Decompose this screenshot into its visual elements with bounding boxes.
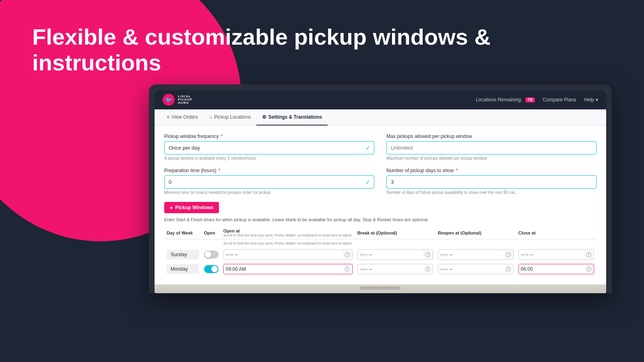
subnav-locations-label: Pickup Locations xyxy=(214,114,251,120)
sunday-open-at-input[interactable] xyxy=(224,250,342,259)
sunday-reopen-at-wrap: 🕐 xyxy=(438,249,514,260)
laptop-base xyxy=(155,284,606,293)
nav-right: Locations Remaining: 7/8 Compare Plans H… xyxy=(476,97,598,103)
required-marker: * xyxy=(221,134,223,139)
clock-icon-3: 🕐 xyxy=(503,252,513,257)
laptop-mockup: 🐦 LOCAL PICKUP GURU Locations Remaining:… xyxy=(149,84,612,354)
prep-time-group: Preparation time (hours) * ✓ Minimum tim… xyxy=(164,168,374,195)
day-label-monday: Monday xyxy=(167,264,199,274)
pickup-table: Day of Week Open Open at Scroll to find … xyxy=(164,227,597,276)
clock-icon-5: 🕐 xyxy=(342,266,352,272)
clock-icon-6: 🕐 xyxy=(423,266,433,272)
sunday-reopen-at-input[interactable] xyxy=(438,250,503,259)
monday-toggle[interactable] xyxy=(204,265,219,273)
monday-break-at-input[interactable] xyxy=(358,264,423,274)
prep-time-hint: Minimum time (in hours) needed to prepar… xyxy=(164,190,374,195)
app-content: Pickup window frequency * Once per day E… xyxy=(155,125,606,284)
circle-dot-icon: ● xyxy=(170,205,173,210)
pickup-days-input[interactable] xyxy=(386,175,597,189)
monday-reopen-at-input[interactable] xyxy=(438,264,503,274)
help-button[interactable]: Help ▾ xyxy=(584,97,598,103)
prep-time-input-wrap: ✓ xyxy=(164,175,374,189)
subnav-view-orders[interactable]: ≡ View Orders xyxy=(161,109,204,125)
home-icon: ⌂ xyxy=(209,114,212,120)
input-check-icon: ✓ xyxy=(365,179,370,185)
locations-remaining: Locations Remaining: 7/8 xyxy=(476,97,535,103)
col-break: Break at (Optional) xyxy=(355,227,436,239)
col-reopen: Reopen at (Optional) xyxy=(436,227,516,239)
pickup-frequency-group: Pickup window frequency * Once per day E… xyxy=(164,134,374,160)
sunday-toggle[interactable] xyxy=(204,251,219,259)
pickup-frequency-select-wrap: Once per day Every 30 minutes Every hour… xyxy=(164,141,374,154)
monday-open-at-wrap: 🕐 xyxy=(223,264,353,274)
form-row-1: Pickup window frequency * Once per day E… xyxy=(164,134,597,160)
max-pickups-group: Max pickups allowed per pickup window Ma… xyxy=(386,134,597,160)
list-icon: ≡ xyxy=(167,114,169,120)
clock-icon-7: 🕐 xyxy=(503,266,513,272)
sunday-break-at-wrap: 🕐 xyxy=(357,249,433,260)
max-pickups-label: Max pickups allowed per pickup window xyxy=(386,134,597,139)
pickup-windows-label: Pickup Windows xyxy=(175,205,213,210)
pickup-days-label: Number of pickup days to show * xyxy=(386,168,597,173)
monday-break-at-wrap: 🕐 xyxy=(357,264,433,274)
compare-plans-link[interactable]: Compare Plans xyxy=(543,97,576,103)
subnav-orders-label: View Orders xyxy=(171,114,198,120)
day-label-sunday: Sunday xyxy=(167,250,199,259)
help-label: Help xyxy=(584,97,594,103)
monday-reopen-at-wrap: 🕐 xyxy=(438,264,514,274)
subnav-settings[interactable]: ⚙ Settings & Translations xyxy=(256,109,328,125)
subnav-settings-label: Settings & Translations xyxy=(268,114,322,120)
required-marker-2: * xyxy=(219,168,221,173)
monday-close-at-wrap: 🕐 xyxy=(518,264,594,274)
select-check-icon: ✓ xyxy=(365,145,370,151)
logo-area: 🐦 LOCAL PICKUP GURU xyxy=(163,94,192,106)
app-navbar: 🐦 LOCAL PICKUP GURU Locations Remaining:… xyxy=(155,90,606,109)
table-row: Sunday 🕐 xyxy=(164,247,597,262)
headline-text: Flexible & customizable pickup windows &… xyxy=(32,24,491,75)
clock-icon: 🕐 xyxy=(342,252,352,257)
pickup-windows-desc: Enter Start & Finish times for when pick… xyxy=(164,217,597,222)
max-pickups-hint: Maximum number of pickups allowed per pi… xyxy=(386,156,597,160)
clock-icon-2: 🕐 xyxy=(423,252,433,257)
logo-line3: GURU xyxy=(178,101,192,105)
prep-time-input[interactable] xyxy=(164,175,374,189)
clock-icon-4: 🕐 xyxy=(584,252,594,257)
locations-badge: 7/8 xyxy=(525,97,535,103)
form-row-2: Preparation time (hours) * ✓ Minimum tim… xyxy=(164,168,597,195)
pickup-frequency-select[interactable]: Once per day Every 30 minutes Every hour xyxy=(164,141,374,154)
open-at-hint: Scroll to find the time you want. Press … xyxy=(223,233,353,237)
pickup-days-input-wrap xyxy=(386,175,597,189)
scroll-hint: Scroll to find the time you want. Press … xyxy=(223,241,353,245)
sunday-break-at-input[interactable] xyxy=(358,250,423,259)
logo-icon: 🐦 xyxy=(163,94,175,106)
required-marker-3: * xyxy=(456,168,458,173)
monday-open-at-input[interactable] xyxy=(224,264,342,274)
pickup-frequency-label: Pickup window frequency * xyxy=(164,134,374,139)
subnav-pickup-locations[interactable]: ⌂ Pickup Locations xyxy=(204,109,256,125)
table-row: Monday 🕐 xyxy=(164,262,597,276)
pickup-windows-button[interactable]: ● Pickup Windows xyxy=(164,202,219,213)
pickup-days-hint: Number of days of future pickup availabi… xyxy=(386,190,597,195)
col-open: Open xyxy=(202,227,221,239)
sunday-close-at-wrap: 🕐 xyxy=(518,249,594,260)
max-pickups-input[interactable] xyxy=(386,141,597,154)
monday-close-at-input[interactable] xyxy=(519,264,584,274)
pickup-frequency-hint: A pickup window is available every X min… xyxy=(164,156,374,160)
sub-nav: ≡ View Orders ⌂ Pickup Locations ⚙ Setti… xyxy=(155,109,606,125)
sunday-open-at-wrap: 🕐 xyxy=(223,249,353,260)
chevron-down-icon: ▾ xyxy=(596,97,598,103)
page-headline: Flexible & customizable pickup windows &… xyxy=(32,24,612,76)
gear-icon: ⚙ xyxy=(262,114,266,120)
prep-time-label: Preparation time (hours) * xyxy=(164,168,374,173)
pickup-days-group: Number of pickup days to show * Number o… xyxy=(386,168,597,195)
laptop-outer: 🐦 LOCAL PICKUP GURU Locations Remaining:… xyxy=(149,84,612,293)
col-open-at: Open at Scroll to find the time you want… xyxy=(221,227,355,239)
pickup-windows-section: ● Pickup Windows Enter Start & Finish ti… xyxy=(164,202,597,276)
sunday-close-at-input[interactable] xyxy=(519,250,584,259)
logo-text: LOCAL PICKUP GURU xyxy=(178,95,192,105)
locations-label: Locations Remaining: xyxy=(476,97,522,103)
col-day: Day of Week xyxy=(164,227,202,239)
laptop-screen: 🐦 LOCAL PICKUP GURU Locations Remaining:… xyxy=(155,90,606,284)
max-pickups-input-wrap xyxy=(386,141,597,154)
col-close: Close at xyxy=(516,227,597,239)
